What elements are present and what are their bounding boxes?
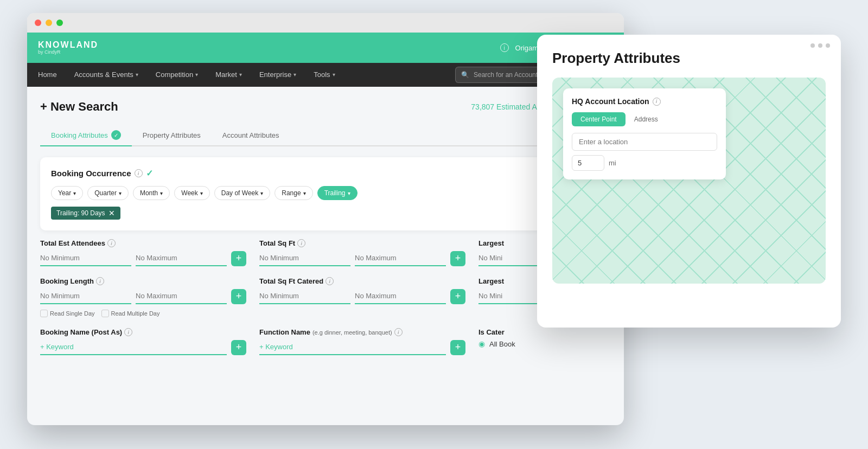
filter-week[interactable]: Week ▾ bbox=[174, 186, 209, 200]
checkbox-single-day-input[interactable] bbox=[40, 310, 48, 317]
nav-accounts-events[interactable]: Accounts & Events ▾ bbox=[72, 63, 141, 87]
filter-quarter-chevron: ▾ bbox=[119, 190, 122, 196]
active-filter-close-icon[interactable]: ✕ bbox=[108, 209, 115, 217]
logo-text: KNOWLAND bbox=[38, 40, 98, 50]
tab-property-attributes[interactable]: Property Attributes bbox=[132, 125, 212, 146]
maximize-btn[interactable] bbox=[56, 20, 63, 26]
tab-address[interactable]: Address bbox=[626, 112, 667, 126]
tab-booking-check: ✓ bbox=[111, 130, 121, 140]
nav-home[interactable]: Home bbox=[36, 63, 59, 87]
overlay-window: Property Attributes HQ Account Location … bbox=[537, 35, 841, 328]
booking-occurrence-card: Booking Occurrence i ✓ Year ▾ Quarter ▾ … bbox=[40, 157, 611, 230]
filter-trailing-label: Trailing bbox=[324, 189, 346, 197]
filter-month-chevron: ▾ bbox=[160, 190, 163, 196]
logo-sub: by CindyR bbox=[38, 50, 98, 55]
total-sq-ft-catered-add-btn[interactable]: + bbox=[450, 289, 465, 304]
overlay-dot-3 bbox=[826, 43, 830, 48]
distance-row: mi bbox=[572, 155, 717, 171]
booking-occurrence-label: Booking Occurrence bbox=[51, 169, 131, 178]
booking-name-keyword[interactable]: + Keyword bbox=[40, 339, 227, 355]
total-est-attendees-max[interactable] bbox=[136, 251, 227, 266]
filter-range-label: Range bbox=[282, 189, 301, 197]
nav-market-chevron: ▾ bbox=[239, 72, 242, 78]
total-sq-ft-catered-min[interactable] bbox=[259, 288, 350, 304]
close-btn[interactable] bbox=[35, 20, 41, 26]
map-container: HQ Account Location i Center Point Addre… bbox=[552, 78, 826, 284]
function-name-keyword[interactable]: + Keyword bbox=[259, 339, 446, 355]
field-is-catered-label: Is Cater bbox=[478, 328, 611, 336]
page-header: + New Search 73,807 Estimated Accounts 🔍… bbox=[40, 98, 611, 116]
total-sq-ft-catered-max[interactable] bbox=[355, 288, 446, 304]
hq-location-info-icon[interactable]: i bbox=[653, 98, 661, 106]
booking-length-add-btn[interactable]: + bbox=[231, 289, 246, 304]
filter-year-chevron: ▾ bbox=[73, 190, 76, 196]
filter-day-of-week[interactable]: Day of Week ▾ bbox=[214, 186, 270, 200]
is-catered-row: ◉ All Book bbox=[478, 339, 611, 348]
tab-account-attributes[interactable]: Account Attributes bbox=[212, 125, 290, 146]
logo: KNOWLAND by CindyR bbox=[38, 40, 98, 55]
total-sq-ft-info-icon[interactable]: i bbox=[297, 239, 305, 247]
minimize-btn[interactable] bbox=[46, 20, 52, 26]
tab-booking-attributes[interactable]: Booking Attributes ✓ bbox=[40, 125, 132, 146]
filter-quarter[interactable]: Quarter ▾ bbox=[87, 186, 129, 200]
tab-account-label: Account Attributes bbox=[222, 131, 279, 139]
checkbox-single-day[interactable]: Read Single Day bbox=[40, 310, 95, 317]
filter-day-of-week-label: Day of Week bbox=[221, 189, 258, 197]
total-sq-ft-catered-row: + bbox=[259, 288, 465, 304]
location-input[interactable] bbox=[572, 133, 717, 151]
header-info-icon[interactable]: i bbox=[500, 43, 509, 52]
nav-competition[interactable]: Competition ▾ bbox=[154, 63, 200, 87]
total-sq-ft-add-btn[interactable]: + bbox=[450, 251, 465, 266]
filter-trailing[interactable]: Trailing ▾ bbox=[317, 186, 358, 200]
tab-center-point[interactable]: Center Point bbox=[572, 112, 626, 126]
nav-market[interactable]: Market ▾ bbox=[213, 63, 244, 87]
checkbox-multiple-day-label: Read Multiple Day bbox=[111, 310, 160, 317]
filter-day-of-week-chevron: ▾ bbox=[260, 190, 263, 196]
tab-bar: Booking Attributes ✓ Property Attributes… bbox=[40, 125, 611, 146]
page-content: + New Search 73,807 Estimated Accounts 🔍… bbox=[27, 87, 624, 366]
booking-length-row: + bbox=[40, 288, 246, 304]
filter-year-label: Year bbox=[58, 189, 71, 197]
filter-range-chevron: ▾ bbox=[303, 190, 306, 196]
total-est-attendees-add-btn[interactable]: + bbox=[231, 251, 246, 266]
booking-occurrence-title: Booking Occurrence i ✓ bbox=[51, 168, 600, 178]
nav-bar: Home Accounts & Events ▾ Competition ▾ M… bbox=[27, 63, 624, 87]
filter-year[interactable]: Year ▾ bbox=[51, 186, 83, 200]
total-sq-ft-max[interactable] bbox=[355, 251, 446, 266]
field-total-sq-ft-catered: Total Sq Ft Catered i + bbox=[259, 277, 465, 317]
field-function-name: Function Name (e.g dinner, meeting, banq… bbox=[259, 328, 465, 355]
overlay-dot-1 bbox=[810, 43, 815, 48]
filter-range[interactable]: Range ▾ bbox=[275, 186, 312, 200]
nav-tools[interactable]: Tools ▾ bbox=[311, 63, 337, 87]
field-total-sq-ft-catered-label: Total Sq Ft Catered i bbox=[259, 277, 465, 285]
total-sq-ft-min[interactable] bbox=[259, 251, 350, 266]
field-total-sq-ft-label: Total Sq Ft i bbox=[259, 239, 465, 247]
distance-input[interactable] bbox=[572, 155, 604, 171]
field-booking-name-label: Booking Name (Post As) i bbox=[40, 328, 246, 336]
total-est-attendees-min[interactable] bbox=[40, 251, 131, 266]
booking-occurrence-info-icon[interactable]: i bbox=[135, 169, 143, 177]
function-name-add-btn[interactable]: + bbox=[450, 340, 465, 355]
booking-name-add-btn[interactable]: + bbox=[231, 340, 246, 355]
nav-enterprise[interactable]: Enterprise ▾ bbox=[257, 63, 298, 87]
total-est-attendees-info-icon[interactable]: i bbox=[107, 239, 116, 247]
checkbox-multiple-day-input[interactable] bbox=[101, 310, 109, 317]
field-booking-length-label: Booking Length i bbox=[40, 277, 246, 285]
booking-length-max[interactable] bbox=[136, 288, 227, 304]
nav-enterprise-chevron: ▾ bbox=[293, 72, 296, 78]
field-booking-length: Booking Length i + Read Single Day bbox=[40, 277, 246, 317]
booking-length-info-icon[interactable]: i bbox=[96, 277, 104, 285]
total-sq-ft-catered-info-icon[interactable]: i bbox=[326, 277, 334, 285]
location-tabs: Center Point Address bbox=[572, 112, 717, 126]
booking-length-min[interactable] bbox=[40, 288, 131, 304]
checkbox-multiple-day[interactable]: Read Multiple Day bbox=[101, 310, 160, 317]
function-name-info-icon[interactable]: i bbox=[394, 328, 403, 336]
distance-unit: mi bbox=[609, 159, 616, 167]
filter-pills: Year ▾ Quarter ▾ Month ▾ Week ▾ bbox=[51, 186, 600, 200]
checkbox-single-day-label: Read Single Day bbox=[50, 310, 95, 317]
nav-competition-label: Competition bbox=[156, 70, 193, 79]
field-total-est-attendees: Total Est Attendees i + bbox=[40, 239, 246, 266]
filter-month[interactable]: Month ▾ bbox=[133, 186, 170, 200]
booking-name-info-icon[interactable]: i bbox=[124, 328, 132, 336]
header-bar: KNOWLAND by CindyR i Origami Hotel ▾ ? 👤 bbox=[27, 33, 624, 63]
